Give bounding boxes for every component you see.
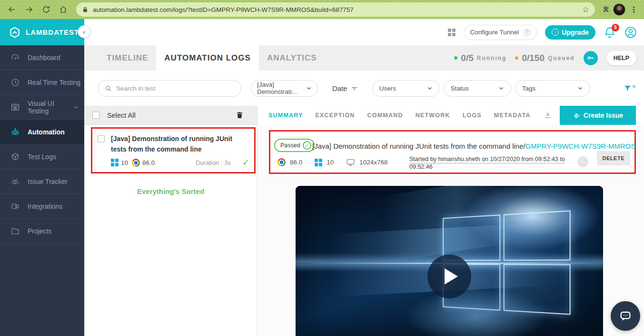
- queued-stat: 0/150 Queued: [515, 53, 575, 63]
- running-label: Running: [477, 55, 507, 61]
- build-select-value: [Java] Demonstrati...: [257, 81, 306, 95]
- status-select[interactable]: Status: [444, 80, 511, 97]
- test-id-link[interactable]: GMPRY-P9WCH-W7S9R-MMROS: [525, 142, 636, 150]
- test-list-item[interactable]: [Java] Demonstration of running JUnit te…: [91, 127, 256, 173]
- play-button[interactable]: [427, 255, 471, 298]
- sidebar-item-label: Dashboard: [28, 54, 60, 61]
- tab-metadata[interactable]: METADATA: [494, 112, 531, 119]
- upgrade-button[interactable]: ↑ Upgrade: [545, 25, 595, 40]
- bug-icon: [10, 177, 20, 186]
- browser-menu-icon[interactable]: ⋮: [628, 5, 639, 15]
- started-by-line2: 09:52:46: [409, 163, 433, 170]
- status-select-value: Status: [451, 85, 469, 92]
- tab-automation-logs[interactable]: AUTOMATION LOGS: [156, 45, 259, 71]
- upgrade-label: Upgrade: [562, 29, 589, 36]
- reload-icon[interactable]: [39, 2, 53, 17]
- browser-version: 86.0: [142, 159, 155, 166]
- test-item-meta: 10 86.0 Duration : 3s ✓: [111, 157, 249, 168]
- users-select-value: Users: [379, 85, 396, 92]
- test-summary-card: Passed ✓ [Java] Demonstration of running…: [269, 130, 636, 174]
- clock-icon: [10, 78, 20, 87]
- tags-select[interactable]: Tags: [515, 80, 590, 97]
- apps-grid-icon[interactable]: [448, 29, 456, 36]
- create-issue-button[interactable]: Create Issue: [560, 106, 636, 125]
- filter-funnel-icon: [624, 84, 632, 92]
- account-icon[interactable]: [624, 26, 637, 39]
- test-config-meta: 86.0 10 1024x768: [277, 158, 388, 167]
- chevron-down-icon: [577, 85, 583, 91]
- notifications-bell-icon[interactable]: 5: [604, 26, 616, 39]
- tab-command[interactable]: COMMAND: [367, 112, 403, 119]
- tab-exception[interactable]: EXCEPTION: [316, 112, 355, 119]
- sidebar-item-label: Visual UI Testing: [28, 100, 65, 115]
- users-select[interactable]: Users: [372, 80, 440, 97]
- configure-tunnel-button[interactable]: Configure Tunnel ?: [464, 25, 537, 40]
- configure-tunnel-label: Configure Tunnel: [470, 29, 519, 36]
- search-input[interactable]: [116, 85, 234, 92]
- access-key-button[interactable]: [584, 51, 598, 65]
- everything-sorted-note: Everything's Sorted: [84, 187, 257, 195]
- rerun-button[interactable]: ∩: [577, 156, 588, 167]
- tab-summary[interactable]: SUMMARY: [268, 112, 303, 119]
- help-question-icon[interactable]: ?: [523, 29, 531, 36]
- sidebar-item-automation[interactable]: Automation: [0, 120, 84, 144]
- queued-label: Queued: [548, 55, 575, 61]
- tab-network[interactable]: NETWORK: [416, 112, 450, 119]
- address-bar[interactable]: automation.lambdatest.com/logs/?testID=G…: [76, 2, 595, 17]
- sidebar-item-label: Real Time Testing: [28, 79, 80, 86]
- download-icon[interactable]: [544, 112, 552, 119]
- tab-analytics[interactable]: ANALYTICS: [259, 45, 325, 71]
- bug-icon: [573, 112, 580, 119]
- test-item-body: [Java] Demonstration of running JUnit te…: [111, 134, 249, 168]
- folder-icon: [10, 226, 20, 236]
- delete-selected-trash-icon[interactable]: [236, 111, 244, 119]
- sidebar-item-real-time-testing[interactable]: Real Time Testing: [0, 70, 84, 95]
- build-select[interactable]: [Java] Demonstrati...: [251, 80, 318, 97]
- delete-button[interactable]: DELETE: [597, 151, 630, 165]
- search-box[interactable]: [98, 80, 241, 97]
- help-button[interactable]: HELP: [606, 51, 636, 65]
- home-icon[interactable]: [56, 2, 70, 17]
- extensions-icon[interactable]: [602, 5, 610, 14]
- select-all-label: Select All: [107, 112, 136, 119]
- select-all-row: Select All: [84, 106, 257, 125]
- test-video-player[interactable]: [296, 186, 603, 336]
- eye-window-icon: [10, 102, 20, 112]
- os-version: 10: [327, 159, 334, 166]
- browser-profile-avatar[interactable]: [613, 3, 625, 16]
- key-icon: [586, 54, 594, 62]
- date-sort[interactable]: Date: [332, 84, 358, 92]
- chat-widget-button[interactable]: [611, 301, 640, 331]
- wallpaper-floor-glow: [382, 279, 573, 336]
- main-tab-bar: TIMELINE AUTOMATION LOGS ANALYTICS 0/5 R…: [84, 45, 644, 71]
- forward-icon[interactable]: [22, 2, 36, 17]
- windows-icon: [315, 159, 322, 166]
- sidebar-item-label: Test Logs: [28, 153, 56, 161]
- browser-version: 86.0: [290, 159, 302, 166]
- queued-value: 0/150: [522, 53, 545, 63]
- sidebar-item-label: Projects: [28, 227, 52, 235]
- test-item-checkbox[interactable]: [98, 135, 105, 143]
- running-value: 0/5: [461, 53, 473, 63]
- select-all-checkbox[interactable]: [92, 112, 99, 119]
- sidebar-item-issue-tracker[interactable]: Issue Tracker: [0, 169, 84, 194]
- bookmark-star-icon[interactable]: ☆: [582, 5, 589, 15]
- back-icon[interactable]: [5, 2, 19, 17]
- brand[interactable]: LAMBDATEST: [0, 19, 84, 45]
- dashboard-icon: [10, 53, 20, 62]
- tab-logs[interactable]: LOGS: [463, 112, 482, 119]
- clear-filters[interactable]: ×: [624, 84, 635, 92]
- sidebar-item-visual-ui-testing[interactable]: Visual UI Testing: [0, 95, 84, 120]
- chrome-icon: [132, 159, 140, 167]
- sidebar-item-integrations[interactable]: Integrations: [0, 194, 84, 219]
- sidebar-item-dashboard[interactable]: Dashboard: [0, 45, 84, 70]
- sidebar-item-test-logs[interactable]: Test Logs: [0, 144, 84, 169]
- sidebar-item-projects[interactable]: Projects: [0, 219, 84, 244]
- tab-timeline[interactable]: TIMELINE: [99, 45, 156, 71]
- running-stat: 0/5 Running: [454, 53, 506, 63]
- clear-filter-x-icon[interactable]: ×: [633, 83, 635, 89]
- notification-count-badge: 5: [612, 24, 619, 31]
- sidebar-collapse-button[interactable]: ‹: [78, 25, 90, 38]
- test-detail-panel: SUMMARY EXCEPTION COMMAND NETWORK LOGS M…: [258, 106, 644, 336]
- duration-label: Duration : 3s: [196, 159, 231, 166]
